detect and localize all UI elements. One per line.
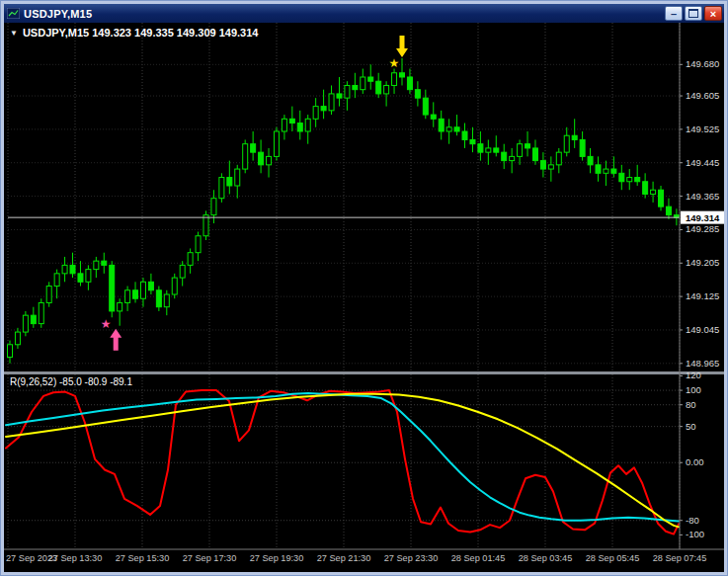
candle — [619, 173, 624, 181]
close-button[interactable]: × — [704, 6, 722, 21]
indicator-axis-label: 80 — [686, 399, 696, 410]
candle — [70, 265, 75, 273]
candle — [470, 139, 475, 143]
candle — [140, 282, 145, 298]
price-axis-label: 149.365 — [686, 191, 719, 202]
candle — [148, 282, 153, 289]
candle — [196, 236, 201, 253]
pane-divider[interactable] — [4, 371, 724, 374]
candle — [478, 144, 483, 152]
candle — [580, 139, 585, 156]
candle — [486, 148, 491, 152]
candle — [518, 144, 523, 157]
candle — [259, 152, 264, 165]
symbol-dropdown-icon[interactable]: ▼ — [10, 28, 18, 39]
time-axis-label: 27 Sep 21:30 — [317, 553, 371, 563]
candle — [462, 131, 467, 139]
candle — [274, 131, 279, 156]
price-axis-label: 149.605 — [686, 90, 719, 101]
minimize-button[interactable]: – — [665, 6, 683, 21]
chart-header: ▼ USDJPY,M15 149.323 149.335 149.309 149… — [10, 27, 258, 39]
candle — [392, 73, 397, 86]
candle — [305, 119, 310, 131]
candle — [368, 77, 373, 81]
time-axis-label: 27 Sep 23:30 — [384, 553, 439, 563]
window-title: USDJPY,M15 — [24, 8, 92, 20]
candle — [407, 77, 412, 90]
time-axis-label: 28 Sep 03:45 — [519, 553, 573, 563]
candle — [337, 94, 342, 98]
indicator-axis-label: -100 — [686, 529, 704, 539]
candle — [78, 274, 83, 282]
price-axis-label: 149.205 — [686, 257, 719, 268]
metatrader-chart-window: { "window": { "title": "USDJPY,M15", "co… — [0, 0, 728, 576]
candle — [532, 148, 537, 161]
buy-star-marker: ★ — [101, 317, 112, 331]
candle — [540, 161, 545, 169]
price-axis-label: 149.680 — [686, 58, 719, 69]
candle — [526, 144, 530, 148]
candle — [125, 290, 130, 303]
candle — [431, 115, 436, 119]
candle — [494, 148, 499, 152]
candle — [172, 278, 177, 294]
candle — [15, 332, 20, 345]
candle — [180, 265, 185, 278]
candle — [94, 261, 99, 269]
chart-area: ★★149.680149.605149.525149.445149.365149… — [4, 23, 724, 572]
candle — [133, 290, 138, 298]
candle — [227, 178, 232, 186]
time-axis-label: 28 Sep 07:45 — [653, 553, 707, 563]
candle — [23, 315, 28, 332]
candle — [611, 169, 616, 173]
candle — [502, 152, 507, 160]
candle — [235, 169, 240, 186]
indicator-axis-label: -80 — [686, 515, 699, 526]
window-controls: – × — [665, 6, 724, 21]
candle — [423, 98, 428, 115]
candle — [156, 290, 161, 307]
candle — [353, 85, 358, 89]
title-bar[interactable]: USDJPY,M15 – × — [4, 4, 724, 23]
maximize-icon — [688, 9, 698, 18]
candle — [203, 215, 208, 236]
candle — [46, 287, 51, 303]
candle — [289, 119, 294, 123]
indicator-axis-label: 50 — [686, 421, 696, 432]
candle — [251, 144, 256, 152]
candle — [400, 73, 405, 77]
time-axis-label: 28 Sep 05:45 — [586, 553, 640, 563]
maximize-button[interactable] — [685, 6, 702, 21]
candle — [659, 190, 664, 206]
time-axis-label: 27 Sep 13:30 — [48, 553, 103, 563]
candle — [313, 107, 318, 120]
candle — [643, 182, 648, 195]
indicator-axis-label: 100 — [686, 384, 701, 395]
price-axis-label: 149.285 — [686, 223, 719, 234]
candle — [604, 169, 608, 173]
candle — [267, 156, 272, 164]
candle — [548, 165, 553, 169]
candle — [361, 77, 365, 90]
candle — [110, 265, 115, 311]
candle — [635, 178, 640, 182]
price-axis-label: 149.445 — [686, 157, 719, 168]
chart-canvas[interactable]: ★★149.680149.605149.525149.445149.365149… — [4, 23, 724, 572]
candle — [376, 81, 381, 94]
candle — [62, 265, 67, 273]
candle — [282, 119, 286, 131]
candle — [211, 199, 216, 215]
time-axis-label: 27 Sep 17:30 — [183, 553, 237, 563]
candle — [345, 85, 350, 98]
candle — [102, 261, 107, 265]
candle — [329, 94, 334, 111]
candle — [439, 119, 444, 131]
time-axis-label: 28 Sep 01:45 — [451, 553, 506, 563]
candle — [588, 156, 593, 164]
indicator-label: R(9,26,52) -85.0 -80.9 -89.1 — [10, 376, 132, 387]
candle — [596, 165, 601, 173]
candle — [243, 144, 248, 169]
price-axis-label: 149.125 — [686, 290, 719, 301]
current-price-label: 149.314 — [686, 212, 720, 223]
candle — [651, 190, 656, 194]
